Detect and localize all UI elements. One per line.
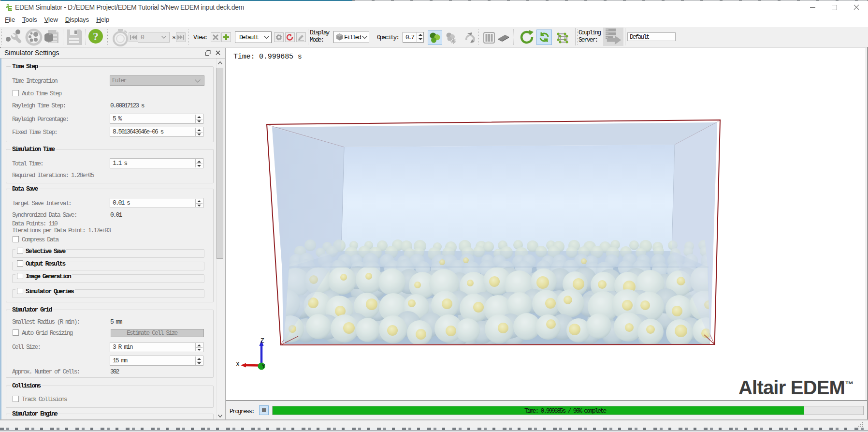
svg-text:Y: Y	[261, 363, 265, 370]
svg-text:Z: Z	[260, 337, 264, 344]
svg-text:X: X	[236, 361, 240, 368]
